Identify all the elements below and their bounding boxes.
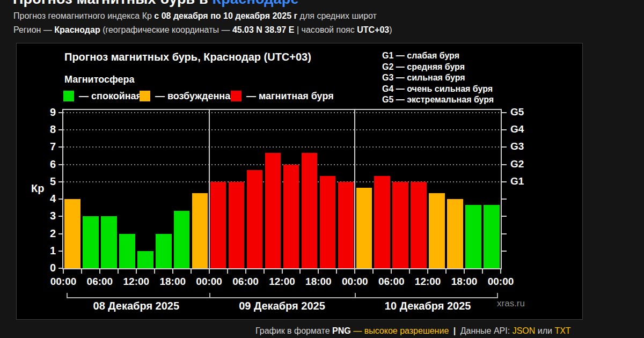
x-axis-tick (209, 269, 210, 274)
kp-bar (338, 182, 354, 268)
date-label: 09 Декабря 2025 (229, 300, 336, 312)
x-axis-tick (464, 269, 465, 274)
x-axis-tick (154, 269, 155, 274)
coords-value: 45.03 N 38.97 E (232, 25, 295, 34)
kp-bar (83, 216, 99, 268)
kp-bar (119, 234, 135, 268)
g-scale-label-g2: G2 (510, 158, 524, 170)
txt-api-link[interactable]: TXT (554, 326, 570, 335)
kp-bar (210, 182, 226, 268)
footer: График в формате PNG — высокое разрешени… (255, 326, 571, 336)
region-city: Краснодар (54, 25, 100, 34)
x-axis-tick (264, 269, 265, 274)
or-text: или (538, 326, 552, 335)
right-axis-tick (502, 199, 507, 200)
subtitle-text: Прогноз геомагнитного индекса Кр (13, 11, 152, 20)
x-axis-tick (354, 269, 355, 274)
time-tick-label: 00:00 (481, 276, 520, 288)
kp-bar (374, 176, 390, 268)
y-axis-tick (58, 233, 63, 234)
x-axis-tick (372, 269, 374, 274)
y-tick-label: 2 (42, 227, 56, 240)
x-axis-tick (63, 269, 64, 274)
png-label: PNG (332, 326, 351, 335)
kp-bar (411, 182, 427, 268)
g-scale-label-g1: G1 (510, 175, 524, 187)
gridline-kp7 (63, 146, 501, 148)
forecast-subtitle: Прогноз геомагнитного индекса Кр с 08 де… (13, 11, 377, 21)
g-scale-legend: G1 — слабая буря G2 — средняя буря G3 — … (382, 50, 494, 106)
page: Прогноз магнитных бурь в Краснодаре Прог… (0, 0, 644, 338)
right-axis-tick (502, 251, 507, 252)
g-scale-label-g4: G4 (510, 123, 524, 135)
time-tick-label: 18:00 (299, 276, 338, 288)
kp-bar (429, 193, 445, 268)
date-label: 10 Декабря 2025 (374, 300, 481, 312)
legend-label-quiet: — спокойная (79, 91, 142, 102)
y-axis-tick (58, 112, 63, 113)
kp-bar (192, 193, 208, 268)
time-tick-label: 12:00 (263, 276, 302, 288)
right-axis-tick (502, 216, 507, 217)
y-tick-label: 0 (42, 262, 56, 274)
kp-bar (447, 199, 463, 268)
date-label: 08 Декабря 2025 (83, 300, 190, 312)
y-axis-tick (58, 129, 63, 130)
legend-item-quiet: — спокойная (63, 90, 142, 102)
kp-bar (283, 165, 299, 268)
legend-title: Магнитосфера (64, 74, 135, 85)
day-bracket-riser (497, 293, 498, 298)
right-axis-tick (502, 129, 507, 130)
footer-divider: | (451, 326, 458, 335)
json-api-link[interactable]: JSON (513, 326, 536, 335)
kp-bar (64, 199, 80, 268)
kp-bar (247, 170, 263, 268)
g2-legend-line: G2 — средняя буря (382, 62, 494, 73)
x-axis-tick (118, 269, 119, 274)
legend-label-storm: — магнитная буря (246, 91, 334, 102)
g4-legend-line: G4 — очень сильная буря (382, 84, 494, 95)
gridline-kp9 (63, 112, 501, 113)
kp-bar (356, 188, 372, 268)
gridline-kp6 (63, 164, 501, 165)
day-bracket-line (67, 297, 498, 298)
page-title-clipped: Прогноз магнитных бурь в Краснодаре (13, 0, 299, 8)
g-scale-label-g5: G5 (510, 106, 524, 118)
time-tick-label: 00:00 (190, 276, 229, 288)
day-separator (354, 109, 355, 268)
time-tick-label: 18:00 (445, 276, 484, 288)
day-bracket-riser (209, 293, 210, 298)
x-axis-tick (191, 269, 192, 274)
x-axis-tick (445, 269, 447, 274)
x-axis-tick (427, 269, 428, 274)
api-label: Данные API: (460, 326, 510, 335)
time-tick-label: 06:00 (80, 276, 119, 288)
y-axis-tick (58, 199, 63, 200)
time-tick-label: 06:00 (372, 276, 411, 288)
excited-color-swatch-icon (140, 91, 150, 101)
time-tick-label: 18:00 (153, 276, 192, 288)
x-axis-tick (99, 269, 100, 274)
x-axis-tick (299, 269, 301, 274)
y-tick-label: 6 (42, 158, 56, 171)
legend-item-excited: — возбужденная (140, 90, 236, 102)
paren-close: ) (389, 25, 392, 34)
time-tick-label: 12:00 (117, 276, 156, 288)
kp-bar (265, 153, 281, 268)
footer-text: График в формате (255, 326, 330, 335)
x-axis-tick (409, 269, 410, 274)
legend-item-storm: — магнитная буря (231, 90, 334, 102)
kp-bar (320, 176, 336, 268)
storm-color-swatch-icon (231, 91, 241, 101)
kp-bar (484, 205, 500, 268)
page-title-city-link[interactable]: Краснодаре (213, 0, 299, 7)
x-axis-tick (391, 269, 392, 274)
hires-png-link[interactable]: — высокое разрешение (353, 326, 449, 335)
y-tick-label: 3 (42, 210, 56, 222)
quiet-color-swatch-icon (63, 91, 74, 101)
gridline-kp8 (63, 129, 501, 130)
time-tick-label: 06:00 (226, 276, 265, 288)
y-axis-tick (58, 164, 63, 165)
coords-label: (географические координаты — (103, 25, 230, 34)
right-axis-tick (502, 112, 507, 113)
